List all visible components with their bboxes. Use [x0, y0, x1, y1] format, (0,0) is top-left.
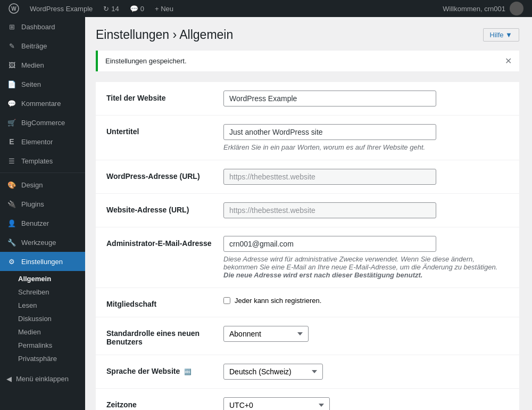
admin-email-hint: Diese Adresse wird für administrative Zw… — [223, 255, 509, 279]
default-role-label: Standardrolle eines neuen Benutzers — [106, 326, 223, 346]
comments-icon: 💬 — [130, 5, 138, 13]
welcome-user[interactable]: Willkommen, crn001 — [438, 0, 528, 17]
comments-nav-icon: 💬 — [6, 98, 17, 109]
default-role-row: Standardrolle eines neuen Benutzers Abon… — [96, 317, 519, 355]
wp-address-label: WordPress-Adresse (URL) — [106, 169, 223, 181]
site-address-row: Website-Adresse (URL) — [96, 194, 519, 227]
timezone-field: UTC+0 UTC+1 UTC+2 UTC-5 — [223, 397, 509, 410]
elementor-icon: E — [6, 136, 17, 147]
timezone-row: Zeitzone UTC+0 UTC+1 UTC+2 UTC-5 — [96, 389, 519, 410]
pages-icon: 📄 — [6, 79, 17, 89]
templates-icon: ☰ — [6, 155, 17, 166]
site-language-select[interactable]: Deutsch (Schweiz) Deutsch (Deutschland) … — [223, 364, 323, 380]
site-language-field: Deutsch (Schweiz) Deutsch (Deutschland) … — [223, 364, 509, 380]
admin-email-field: Diese Adresse wird für administrative Zw… — [223, 236, 509, 279]
site-title-field — [223, 91, 509, 106]
membership-checkbox[interactable] — [223, 297, 230, 304]
membership-label: Mitgliedschaft — [106, 297, 223, 308]
sidebar-item-plugins[interactable]: 🔌 Plugins — [0, 194, 85, 214]
sidebar-item-werkzeuge[interactable]: 🔧 Werkzeuge — [0, 233, 85, 252]
bigcommerce-icon: 🛒 — [6, 117, 17, 128]
posts-icon: ✎ — [6, 40, 17, 51]
subtitle-label: Untertitel — [106, 124, 223, 136]
new-content-button[interactable]: + Neu — [151, 0, 178, 17]
wordpress-icon: W — [9, 3, 19, 14]
site-address-input[interactable] — [223, 202, 436, 218]
sidebar-item-bigcommerce[interactable]: 🛒 BigCommerce — [0, 113, 85, 132]
site-language-row: Sprache der Website 🔤 Deutsch (Schweiz) … — [96, 355, 519, 389]
page-title: Einstellungen › Allgemein — [96, 28, 233, 42]
main-content: Einstellungen › Allgemein Hilfe ▼ Einste… — [85, 17, 532, 410]
layout: ⊞ Dashboard ✎ Beiträge 🖼 Medien 📄 Seiten… — [0, 17, 532, 410]
settings-submenu: Allgemein Schreiben Lesen Diskussion Med… — [0, 271, 85, 366]
subtitle-hint: Erklären Sie in ein paar Worten, worum e… — [223, 143, 509, 151]
comments-button[interactable]: 💬 0 — [126, 0, 148, 17]
sidebar-item-benutzer[interactable]: 👤 Benutzer — [0, 214, 85, 233]
site-title-input[interactable] — [223, 91, 436, 106]
site-title-row: Titel der Website — [96, 82, 519, 116]
subtitle-row: Untertitel Erklären Sie in ein paar Wort… — [96, 116, 519, 160]
users-icon: 👤 — [6, 218, 17, 228]
topbar-right: Willkommen, crn001 — [438, 0, 528, 17]
timezone-select[interactable]: UTC+0 UTC+1 UTC+2 UTC-5 — [223, 397, 330, 410]
site-title-label: Titel der Website — [106, 91, 223, 102]
site-address-label: Website-Adresse (URL) — [106, 202, 223, 214]
language-icon: 🔤 — [184, 368, 192, 375]
site-name[interactable]: WordPress Example — [26, 0, 97, 17]
admin-email-input[interactable] — [223, 236, 436, 252]
sidebar: ⊞ Dashboard ✎ Beiträge 🖼 Medien 📄 Seiten… — [0, 17, 85, 410]
wp-address-field — [223, 169, 509, 185]
timezone-label: Zeitzone — [106, 397, 223, 409]
admin-email-row: Administrator-E-Mail-Adresse Diese Adres… — [96, 227, 519, 288]
media-icon: 🖼 — [6, 60, 17, 70]
sidebar-item-medien[interactable]: 🖼 Medien — [0, 55, 85, 75]
membership-checkbox-label: Jeder kann sich registrieren. — [235, 297, 321, 305]
membership-field: Jeder kann sich registrieren. — [223, 297, 509, 305]
sidebar-item-templates[interactable]: ☰ Templates — [0, 151, 85, 170]
settings-saved-notice: Einstellungen gespeichert. ✕ — [96, 51, 519, 71]
sidebar-sub-allgemein[interactable]: Allgemein — [0, 272, 85, 285]
sidebar-sub-schreiben[interactable]: Schreiben — [0, 285, 85, 299]
sidebar-sub-lesen[interactable]: Lesen — [0, 299, 85, 312]
admin-email-label: Administrator-E-Mail-Adresse — [106, 236, 223, 248]
wp-address-input[interactable] — [223, 169, 436, 185]
sidebar-item-dashboard[interactable]: ⊞ Dashboard — [0, 17, 85, 36]
wp-logo[interactable]: W — [4, 0, 23, 17]
notice-text: Einstellungen gespeichert. — [105, 57, 187, 65]
sidebar-sub-permalinks[interactable]: Permalinks — [0, 339, 85, 352]
membership-checkbox-row: Jeder kann sich registrieren. — [223, 297, 509, 305]
settings-icon: ⚙ — [6, 256, 17, 267]
sidebar-sub-medien[interactable]: Medien — [0, 325, 85, 339]
design-icon: 🎨 — [6, 179, 17, 190]
top-bar: W WordPress Example ↻ 14 💬 0 + Neu Willk… — [0, 0, 532, 17]
collapse-menu-button[interactable]: ◀ Menü einklappen — [0, 371, 85, 387]
sidebar-item-seiten[interactable]: 📄 Seiten — [0, 75, 85, 94]
notice-close-button[interactable]: ✕ — [505, 56, 512, 66]
dashboard-icon: ⊞ — [6, 21, 17, 32]
subtitle-field: Erklären Sie in ein paar Worten, worum e… — [223, 124, 509, 151]
help-button[interactable]: Hilfe ▼ — [483, 28, 520, 42]
sidebar-item-einstellungen[interactable]: ⚙ Einstellungen — [0, 252, 85, 271]
plugins-icon: 🔌 — [6, 199, 17, 209]
default-role-select[interactable]: Abonnent Autor Redakteur Administrator — [223, 326, 309, 342]
collapse-icon: ◀ — [6, 375, 12, 383]
sidebar-item-elementor[interactable]: E Elementor — [0, 132, 85, 151]
sidebar-item-beitraege[interactable]: ✎ Beiträge — [0, 36, 85, 55]
site-language-label: Sprache der Website 🔤 — [106, 364, 223, 375]
wp-address-row: WordPress-Adresse (URL) — [96, 160, 519, 194]
tools-icon: 🔧 — [6, 237, 17, 248]
updates-icon: ↻ — [103, 5, 109, 13]
updates-button[interactable]: ↻ 14 — [99, 0, 123, 17]
site-address-field — [223, 202, 509, 218]
subtitle-input[interactable] — [223, 124, 436, 140]
sidebar-sub-privatsphaere[interactable]: Privatsphäre — [0, 352, 85, 365]
sidebar-item-design[interactable]: 🎨 Design — [0, 175, 85, 194]
settings-form: Titel der Website Untertitel Erklären Si… — [96, 82, 519, 410]
membership-row: Mitgliedschaft Jeder kann sich registrie… — [96, 288, 519, 317]
sidebar-item-kommentare[interactable]: 💬 Kommentare — [0, 94, 85, 113]
page-header: Einstellungen › Allgemein Hilfe ▼ — [96, 28, 519, 42]
avatar-icon — [510, 2, 523, 15]
default-role-field: Abonnent Autor Redakteur Administrator — [223, 326, 509, 342]
sidebar-sub-diskussion[interactable]: Diskussion — [0, 312, 85, 325]
svg-text:W: W — [11, 6, 16, 12]
